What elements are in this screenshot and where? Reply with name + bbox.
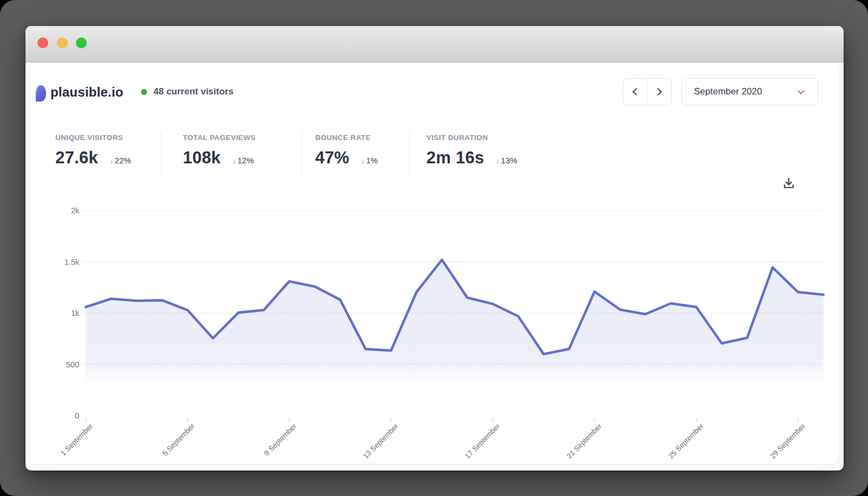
zoom-window-button[interactable] — [76, 37, 87, 48]
minimize-window-button[interactable] — [57, 37, 68, 48]
browser-window: plausible.io 48 current visitors Septemb… — [25, 26, 844, 470]
chart-area-fill — [86, 260, 824, 416]
x-axis-label: 21 September — [565, 422, 603, 460]
x-axis-label: 25 September — [667, 422, 705, 460]
window-titlebar — [25, 26, 844, 62]
screenshot-frame: plausible.io 48 current visitors Septemb… — [0, 0, 868, 496]
x-axis-label: 5 September — [161, 422, 196, 457]
y-axis-label: 500 — [66, 360, 79, 369]
dashboard-card: plausible.io 48 current visitors Septemb… — [30, 64, 839, 464]
x-axis-label: 13 September — [361, 422, 400, 460]
y-axis-label: 1.5k — [65, 258, 80, 266]
x-axis-label: 1 September — [59, 422, 95, 457]
x-axis-label: 29 September — [769, 422, 807, 460]
close-window-button[interactable] — [37, 37, 48, 48]
y-axis-label: 0 — [75, 411, 79, 420]
y-axis-label: 2k — [71, 206, 80, 215]
x-axis-label: 9 September — [263, 422, 298, 457]
x-axis-label: 17 September — [463, 422, 502, 460]
visitors-trend-chart: 05001k1.5k2k1 September5 September9 Sept… — [30, 64, 839, 464]
y-axis-label: 1k — [71, 309, 80, 317]
